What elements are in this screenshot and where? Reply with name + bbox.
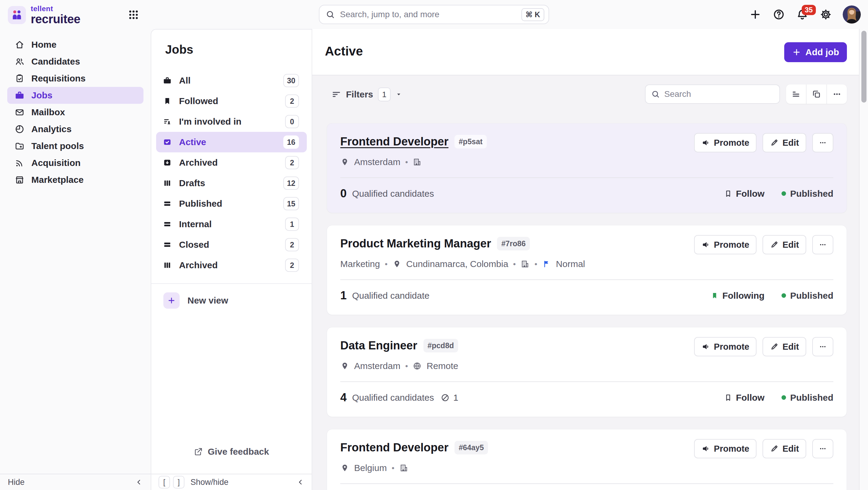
global-search-input[interactable] bbox=[340, 10, 521, 19]
sidebar-item-analytics[interactable]: Analytics bbox=[7, 121, 144, 138]
promote-button[interactable]: Promote bbox=[694, 235, 757, 254]
sidebar-item-marketplace[interactable]: Marketplace bbox=[7, 171, 144, 188]
follow-button[interactable]: Follow bbox=[724, 393, 765, 403]
filters-button[interactable]: Filters 1 bbox=[332, 85, 402, 105]
job-title-link[interactable]: Product Marketing Manager bbox=[340, 237, 491, 250]
apps-grid-button[interactable] bbox=[127, 8, 141, 22]
qualified-count: 0 bbox=[340, 187, 347, 200]
following-button[interactable]: Following bbox=[710, 291, 765, 301]
edit-button[interactable]: Edit bbox=[763, 337, 806, 356]
promote-button[interactable]: Promote bbox=[694, 439, 757, 458]
meta-separator: • bbox=[385, 259, 388, 269]
status-label: Published bbox=[790, 291, 833, 301]
bracket-right-key: ] bbox=[173, 476, 184, 489]
edit-button[interactable]: Edit bbox=[763, 133, 806, 152]
view-item-published[interactable]: Published 15 bbox=[156, 194, 307, 214]
view-item-all[interactable]: All 30 bbox=[156, 70, 307, 91]
job-status: Published bbox=[781, 189, 833, 199]
sidebar-item-label: Analytics bbox=[31, 124, 71, 134]
sidebar-item-requisitions[interactable]: Requisitions bbox=[7, 70, 144, 87]
collapse-sidebar-button[interactable]: Hide bbox=[0, 474, 151, 490]
qualified-count: 4 bbox=[340, 391, 347, 404]
building-icon bbox=[412, 157, 422, 167]
bracket-left-key: [ bbox=[158, 476, 170, 489]
location-pin-icon bbox=[393, 259, 401, 268]
bookmark-filled-icon bbox=[710, 291, 719, 300]
job-code-badge: #64ay5 bbox=[455, 441, 488, 454]
sidebar-item-home[interactable]: Home bbox=[7, 36, 144, 53]
jobs-views-panel: Jobs All 30 Followed 2 I'm involved in 0 bbox=[151, 29, 312, 490]
promote-button[interactable]: Promote bbox=[694, 337, 757, 356]
view-item-internal[interactable]: Internal 1 bbox=[156, 214, 307, 234]
job-title-link[interactable]: Frontend Developer bbox=[340, 135, 448, 148]
sidebar-item-mailbox[interactable]: Mailbox bbox=[7, 104, 144, 121]
card-more-button[interactable] bbox=[812, 337, 833, 356]
view-item-involved[interactable]: I'm involved in 0 bbox=[156, 111, 307, 132]
sidebar-item-jobs[interactable]: Jobs bbox=[7, 87, 144, 104]
card-view-button[interactable] bbox=[806, 85, 827, 104]
rss-icon bbox=[14, 158, 25, 168]
new-view-button[interactable]: New view bbox=[163, 292, 312, 309]
views-list: All 30 Followed 2 I'm involved in 0 Acti… bbox=[151, 70, 312, 276]
view-mode-toggle bbox=[786, 85, 847, 104]
topbar: tellent recruitee ⌘ K bbox=[0, 0, 868, 29]
promote-label: Promote bbox=[714, 240, 749, 250]
job-title-link[interactable]: Data Engineer bbox=[340, 339, 417, 352]
jobs-search[interactable] bbox=[645, 85, 780, 104]
add-job-button[interactable]: Add job bbox=[784, 42, 847, 62]
notifications-button[interactable]: 35 bbox=[796, 8, 809, 21]
clipboard-check-icon bbox=[14, 73, 25, 84]
edit-button[interactable]: Edit bbox=[763, 235, 806, 254]
view-item-drafts[interactable]: Drafts 12 bbox=[156, 173, 307, 194]
location-pin-icon bbox=[340, 362, 349, 371]
folder-star-icon bbox=[14, 141, 25, 151]
settings-button[interactable] bbox=[819, 8, 832, 21]
envelope-icon bbox=[14, 107, 25, 117]
view-item-active[interactable]: Active 16 bbox=[156, 132, 307, 152]
sidebar-item-talent-pools[interactable]: Talent pools bbox=[7, 138, 144, 154]
job-card[interactable]: Data Engineer #pcd8d Promote Edit bbox=[327, 327, 847, 417]
user-avatar[interactable] bbox=[843, 5, 861, 24]
disqualified-icon bbox=[441, 393, 450, 402]
ellipsis-icon bbox=[818, 139, 827, 147]
help-button[interactable] bbox=[772, 8, 785, 21]
app-logo[interactable]: tellent recruitee bbox=[8, 5, 80, 25]
follow-button[interactable]: Follow bbox=[724, 189, 765, 199]
job-list: Frontend Developer #p5sat Promote Edit bbox=[327, 123, 847, 490]
add-job-label: Add job bbox=[805, 47, 839, 57]
sidebar-item-candidates[interactable]: Candidates bbox=[7, 53, 144, 70]
apps-grid-icon bbox=[127, 9, 140, 21]
card-more-button[interactable] bbox=[812, 439, 833, 458]
create-button[interactable] bbox=[749, 8, 762, 21]
job-location: Amsterdam bbox=[354, 361, 400, 371]
list-view-button[interactable] bbox=[786, 85, 806, 104]
filters-count-badge: 1 bbox=[378, 87, 391, 102]
briefcase-icon bbox=[163, 76, 172, 85]
view-item-archived-2[interactable]: Archived 2 bbox=[156, 255, 307, 276]
edit-button[interactable]: Edit bbox=[763, 439, 806, 458]
job-card[interactable]: Frontend Developer #64ay5 Promote Edit bbox=[327, 429, 847, 490]
job-title-link[interactable]: Frontend Developer bbox=[340, 441, 448, 454]
view-count-badge: 0 bbox=[285, 115, 299, 128]
job-card[interactable]: Product Marketing Manager #7ro86 Promote… bbox=[327, 225, 847, 315]
collapse-panel-button[interactable]: [ ] Show/hide bbox=[151, 474, 312, 490]
jobs-search-input[interactable] bbox=[664, 89, 774, 99]
give-feedback-button[interactable]: Give feedback bbox=[151, 446, 312, 457]
card-more-button[interactable] bbox=[812, 235, 833, 254]
global-search[interactable]: ⌘ K bbox=[319, 5, 549, 24]
view-item-closed[interactable]: Closed 2 bbox=[156, 234, 307, 255]
sidebar-item-label: Jobs bbox=[31, 90, 53, 100]
more-options-button[interactable] bbox=[827, 85, 847, 104]
job-card[interactable]: Frontend Developer #p5sat Promote Edit bbox=[327, 123, 847, 213]
scrollbar-thumb[interactable] bbox=[861, 31, 867, 103]
view-item-archived[interactable]: Archived 2 bbox=[156, 152, 307, 173]
view-item-followed[interactable]: Followed 2 bbox=[156, 91, 307, 111]
scrollbar-track[interactable] bbox=[859, 29, 868, 490]
view-count-badge: 2 bbox=[285, 238, 299, 251]
sidebar-item-acquisition[interactable]: Acquisition bbox=[7, 154, 144, 171]
promote-button[interactable]: Promote bbox=[694, 133, 757, 152]
edit-label: Edit bbox=[782, 138, 799, 148]
promote-label: Promote bbox=[714, 444, 749, 454]
view-label: Closed bbox=[179, 239, 209, 250]
card-more-button[interactable] bbox=[812, 133, 833, 152]
